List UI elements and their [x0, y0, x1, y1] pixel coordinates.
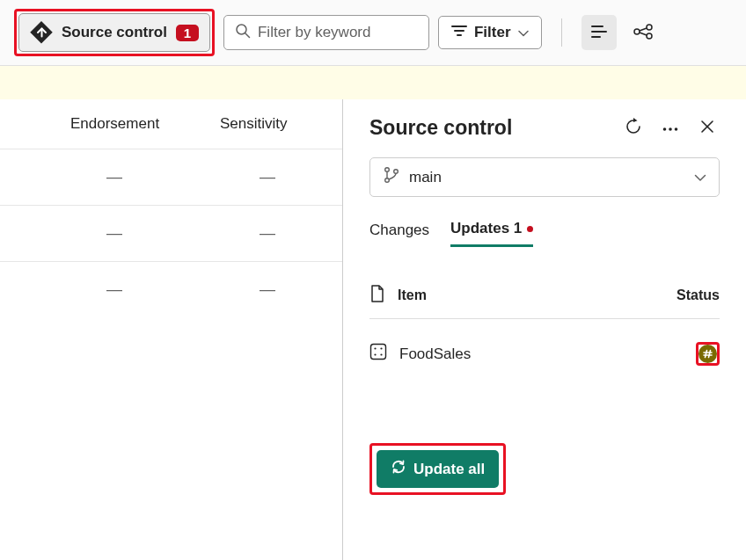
highlight-source-control: Source control 1	[14, 9, 215, 56]
tab-changes-label: Changes	[369, 222, 429, 239]
updates-indicator-dot	[527, 226, 533, 232]
main-content: Endorsement Sensitivity — — — — — — Sour…	[0, 99, 746, 560]
highlight-status	[696, 342, 720, 366]
update-item-name: FoodSales	[399, 345, 471, 363]
panel-tabs: Changes Updates 1	[369, 220, 720, 248]
panel-title: Source control	[369, 116, 512, 140]
cell-sensitivity: —	[176, 224, 341, 243]
svg-point-25	[380, 347, 382, 349]
more-icon	[662, 121, 678, 135]
update-all-wrap: Update all	[369, 443, 720, 495]
divider	[561, 18, 562, 47]
source-control-panel: Source control	[343, 99, 746, 560]
search-icon	[235, 23, 251, 42]
filter-button[interactable]: Filter	[438, 16, 542, 49]
list-view-button[interactable]	[581, 15, 617, 50]
sync-icon	[391, 459, 406, 479]
svg-point-20	[385, 168, 390, 172]
more-button[interactable]	[658, 115, 683, 140]
svg-point-2	[237, 25, 246, 34]
update-all-label: Update all	[413, 461, 485, 478]
svg-line-31	[709, 351, 711, 358]
svg-rect-23	[371, 345, 386, 360]
status-modified-icon	[698, 345, 717, 363]
source-control-count-badge: 1	[176, 25, 199, 41]
col-header-endorsement[interactable]: Endorsement	[0, 115, 176, 133]
filter-label: Filter	[474, 24, 511, 41]
items-table: Endorsement Sensitivity — — — — — —	[0, 99, 343, 560]
svg-point-12	[647, 33, 652, 39]
update-all-button[interactable]: Update all	[377, 450, 499, 488]
table-row[interactable]: — —	[0, 261, 342, 317]
col-header-item: Item	[398, 287, 427, 303]
panel-header: Source control	[369, 115, 720, 140]
svg-line-13	[640, 28, 647, 31]
toolbar: Source control 1 Filter	[0, 0, 746, 66]
branch-icon	[383, 166, 400, 188]
svg-point-27	[380, 353, 382, 355]
svg-line-30	[706, 351, 707, 358]
svg-line-3	[245, 33, 250, 38]
svg-point-11	[647, 25, 652, 30]
svg-point-17	[675, 127, 678, 131]
cell-endorsement: —	[0, 280, 176, 299]
svg-point-22	[394, 170, 399, 174]
branch-selector[interactable]: main	[369, 157, 720, 197]
svg-line-14	[640, 33, 647, 35]
list-icon	[590, 25, 608, 41]
tab-updates-label: Updates 1	[450, 220, 522, 237]
notification-band	[0, 66, 746, 99]
col-header-sensitivity[interactable]: Sensitivity	[176, 115, 341, 133]
svg-point-10	[634, 29, 640, 34]
table-row[interactable]: — —	[0, 205, 342, 261]
table-header-row: Endorsement Sensitivity	[0, 99, 342, 149]
updates-list-header: Item Status	[369, 285, 720, 319]
svg-point-24	[374, 347, 376, 349]
chevron-down-icon	[694, 170, 706, 185]
refresh-button[interactable]	[621, 115, 646, 140]
update-item-row[interactable]: FoodSales	[369, 319, 720, 389]
svg-point-26	[374, 353, 376, 355]
tab-changes[interactable]: Changes	[369, 220, 429, 247]
filter-icon	[451, 24, 467, 41]
semantic-model-icon	[369, 343, 387, 365]
source-control-icon	[30, 21, 53, 44]
cell-sensitivity: —	[176, 168, 341, 186]
source-control-label: Source control	[62, 24, 167, 41]
chevron-down-icon	[518, 24, 529, 41]
svg-point-16	[669, 127, 672, 131]
cell-endorsement: —	[0, 168, 176, 186]
table-row[interactable]: — —	[0, 149, 342, 205]
source-control-button[interactable]: Source control 1	[18, 13, 210, 52]
cell-sensitivity: —	[176, 280, 341, 299]
svg-point-15	[663, 127, 667, 131]
lineage-view-button[interactable]	[625, 15, 661, 50]
branch-name: main	[409, 169, 442, 186]
col-header-status: Status	[677, 287, 720, 303]
tab-updates[interactable]: Updates 1	[450, 220, 533, 247]
file-icon	[369, 285, 385, 306]
filter-keyword-input[interactable]	[258, 24, 418, 41]
highlight-update-all: Update all	[369, 443, 506, 495]
svg-point-21	[385, 178, 390, 183]
cell-endorsement: —	[0, 224, 176, 243]
refresh-icon	[625, 118, 642, 138]
lineage-icon	[633, 24, 653, 42]
filter-input-container[interactable]	[223, 15, 429, 50]
close-button[interactable]	[695, 115, 720, 140]
close-icon	[700, 120, 714, 136]
